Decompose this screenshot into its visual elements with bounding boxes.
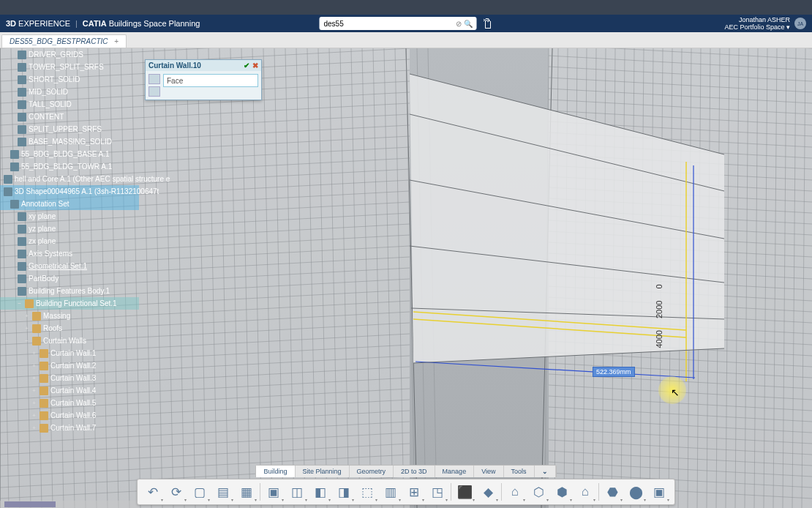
- tree-item[interactable]: +Curtain Wall.6: [0, 409, 139, 422]
- search-input[interactable]: [324, 20, 456, 28]
- toolbar-button[interactable]: ▢▾: [189, 482, 211, 502]
- toolbar-button[interactable]: ⬚▾: [356, 482, 378, 502]
- toolbar-button[interactable]: ⬤▾: [625, 482, 647, 502]
- tree-item[interactable]: BASE_MASSING_SOLID: [0, 135, 139, 148]
- dim-0: 0: [655, 284, 663, 288]
- expand-icon[interactable]: −: [23, 337, 30, 344]
- toolbar-button[interactable]: ◧▾: [309, 482, 331, 502]
- toolbar-sep: [451, 483, 451, 501]
- tree-icon: [18, 100, 26, 109]
- expand-icon[interactable]: +: [31, 425, 37, 431]
- close-icon[interactable]: ✖: [252, 61, 258, 70]
- tree-item[interactable]: Annotation Set: [0, 198, 139, 210]
- tree-item[interactable]: SPLIT_UPPER_SRFS: [0, 123, 139, 135]
- tree-label: Curtain Wall.1: [50, 349, 96, 357]
- dim-2000: 2000: [655, 301, 663, 318]
- tree-item[interactable]: +Curtain Wall.5: [0, 397, 139, 409]
- expand-icon[interactable]: +: [31, 362, 37, 369]
- tree-label: hell and Core A.1 (Other AEC spatial str…: [15, 175, 170, 183]
- toolbar-button[interactable]: ▥▾: [380, 482, 402, 502]
- tree-item[interactable]: −Building Functional Set.1: [0, 297, 139, 310]
- tab-label: DES55_BDG_BESTPRACTIC: [10, 37, 108, 45]
- tree-item[interactable]: CONTENT: [0, 111, 139, 123]
- tree-item[interactable]: +Curtain Wall.4: [0, 384, 139, 397]
- tree-item[interactable]: yz plane: [0, 223, 139, 235]
- tree-item[interactable]: 3D Shape00044965 A.1 (3sh-R1132100647t: [0, 185, 139, 198]
- toolbar-button[interactable]: ▤▾: [212, 482, 234, 502]
- toolbar-button[interactable]: ⊞▾: [403, 482, 425, 502]
- toolbar-button[interactable]: ⌂▾: [504, 482, 526, 502]
- tree-item[interactable]: +Curtain Wall.3: [0, 372, 139, 384]
- toolbar-button[interactable]: ↶▾: [142, 482, 164, 502]
- toolbar-button[interactable]: ⬡▾: [527, 482, 549, 502]
- toolbar-button[interactable]: ⬣▾: [601, 482, 623, 502]
- dialog-titlebar[interactable]: Curtain Wall.10 ✔ ✖: [146, 60, 261, 71]
- tree-item[interactable]: PartBody: [0, 272, 139, 285]
- tree-item[interactable]: +Roofs: [0, 322, 139, 335]
- document-tab[interactable]: DES55_BDG_BESTPRACTIC +: [1, 34, 127, 48]
- expand-icon[interactable]: +: [23, 325, 30, 332]
- expand-icon[interactable]: +: [31, 375, 37, 381]
- tree-item[interactable]: DRIVER_GRIDS: [0, 48, 139, 61]
- expand-icon[interactable]: +: [31, 387, 37, 394]
- tag-icon[interactable]: 🏷: [481, 18, 494, 29]
- cursor-icon: ↖: [671, 386, 680, 398]
- expand-icon[interactable]: −: [16, 300, 23, 307]
- toolbar-button[interactable]: ◳▾: [426, 482, 448, 502]
- dimension-ticks: 4000 2000 0: [655, 284, 663, 348]
- tree-item[interactable]: Geometrical Set.1: [0, 260, 139, 272]
- tree-item[interactable]: MID_SOLID: [0, 86, 139, 98]
- toolbar-button[interactable]: ▦▾: [236, 482, 257, 502]
- action-tab-2d-to-3d[interactable]: 2D to 3D: [394, 466, 435, 477]
- tree-icon: [18, 63, 26, 72]
- user-info[interactable]: Jonathan ASHER AEC Portfolio Space ▾: [724, 16, 790, 31]
- dialog-tool-1[interactable]: [149, 74, 160, 84]
- action-tab-more[interactable]: ⌄: [535, 466, 556, 477]
- tree-item[interactable]: TOWER_SPLIT_SRFS: [0, 61, 139, 73]
- tree-item[interactable]: +Massing: [0, 310, 139, 322]
- tree-item[interactable]: zx plane: [0, 235, 139, 247]
- ok-icon[interactable]: ✔: [244, 61, 249, 70]
- action-tab-building[interactable]: Building: [256, 466, 295, 477]
- action-tab-manage[interactable]: Manage: [435, 466, 475, 477]
- dialog-tool-2[interactable]: [149, 86, 160, 97]
- action-tab-site-planning[interactable]: Site Planning: [296, 466, 350, 477]
- tree-label: Curtain Wall.3: [50, 374, 96, 382]
- toolbar-button[interactable]: ⬛▾: [454, 482, 475, 502]
- tree-item[interactable]: 55_BDG_BLDG_TOWR A.1: [0, 160, 139, 173]
- toolbar-button[interactable]: ⌂▾: [574, 482, 596, 502]
- toolbar-button[interactable]: ⟳▾: [165, 482, 187, 502]
- tree-item[interactable]: SHORT_SOLID: [0, 73, 139, 86]
- tree-item[interactable]: Building Features Body.1: [0, 285, 139, 297]
- action-tab-geometry[interactable]: Geometry: [350, 466, 394, 477]
- action-tab-view[interactable]: View: [474, 466, 503, 477]
- toolbar-button[interactable]: ◨▾: [333, 482, 355, 502]
- tree-item[interactable]: xy plane: [0, 210, 139, 223]
- face-input[interactable]: [163, 74, 258, 87]
- tree-item[interactable]: Axis Systems: [0, 247, 139, 260]
- tree-item[interactable]: +Curtain Wall.2: [0, 359, 139, 372]
- feature-tree[interactable]: DRIVER_GRIDSTOWER_SPLIT_SRFSSHORT_SOLIDM…: [0, 48, 139, 434]
- toolbar-button[interactable]: ▣▾: [263, 482, 285, 502]
- tree-item[interactable]: −Curtain Walls: [0, 335, 139, 347]
- tree-item[interactable]: TALL_SOLID: [0, 98, 139, 111]
- tree-item[interactable]: +Curtain Wall.7: [0, 422, 139, 434]
- curtain-wall-dialog[interactable]: Curtain Wall.10 ✔ ✖: [145, 59, 262, 100]
- expand-icon[interactable]: +: [23, 313, 30, 319]
- tree-item[interactable]: +Curtain Wall.1: [0, 347, 139, 359]
- tree-item[interactable]: 55_BDG_BLDG_BASE A.1: [0, 148, 139, 160]
- tree-item[interactable]: hell and Core A.1 (Other AEC spatial str…: [0, 173, 139, 185]
- toolbar-button[interactable]: ⬢▾: [551, 482, 573, 502]
- toolbar-button[interactable]: ◆▾: [477, 482, 499, 502]
- avatar[interactable]: JA: [794, 18, 806, 29]
- clear-icon[interactable]: ⊘: [456, 20, 462, 28]
- toolbar-button[interactable]: ▣▾: [648, 482, 670, 502]
- expand-icon[interactable]: +: [31, 412, 37, 419]
- action-tab-tools[interactable]: Tools: [504, 466, 535, 477]
- toolbar-button[interactable]: ◫▾: [286, 482, 308, 502]
- tab-add-icon[interactable]: +: [114, 37, 119, 45]
- search-box[interactable]: ⊘ 🔍: [320, 17, 477, 30]
- expand-icon[interactable]: +: [31, 400, 37, 406]
- search-icon[interactable]: 🔍: [464, 20, 473, 28]
- expand-icon[interactable]: +: [31, 350, 37, 356]
